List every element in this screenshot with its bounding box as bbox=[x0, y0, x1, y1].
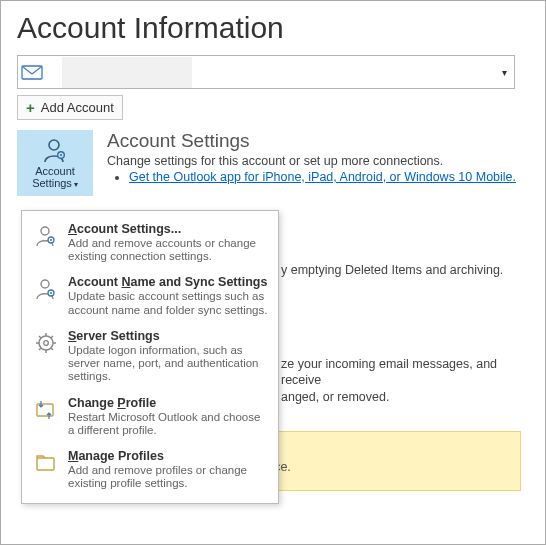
svg-line-18 bbox=[39, 348, 41, 350]
svg-point-9 bbox=[50, 292, 52, 294]
menu-server-settings[interactable]: Server Settings Update logon information… bbox=[22, 324, 278, 391]
rules-text-fragment: ze your incoming email messages, and rec… bbox=[281, 356, 537, 405]
get-app-link[interactable]: Get the Outlook app for iPhone, iPad, An… bbox=[129, 170, 516, 184]
section-heading: Account Settings bbox=[107, 130, 516, 152]
chevron-down-icon[interactable]: ▾ bbox=[494, 67, 514, 78]
svg-point-3 bbox=[60, 154, 62, 156]
svg-rect-21 bbox=[37, 458, 54, 470]
mail-icon bbox=[18, 56, 46, 88]
svg-point-10 bbox=[39, 336, 53, 350]
person-gear-icon bbox=[32, 222, 60, 263]
menu-manage-profiles[interactable]: Manage Profiles Add and remove profiles … bbox=[22, 444, 278, 497]
folder-icon bbox=[32, 449, 60, 490]
account-dropdown[interactable]: ▾ bbox=[17, 55, 515, 89]
account-name-blank bbox=[62, 57, 192, 88]
svg-line-17 bbox=[51, 348, 53, 350]
menu-account-settings[interactable]: Account Settings... Add and remove accou… bbox=[22, 217, 278, 270]
page-title: Account Information bbox=[17, 11, 529, 45]
svg-point-4 bbox=[41, 227, 49, 235]
account-settings-tile[interactable]: Account Settings▾ bbox=[17, 130, 93, 196]
folder-swap-icon bbox=[32, 396, 60, 437]
chevron-down-icon: ▾ bbox=[74, 180, 78, 189]
plus-icon: + bbox=[26, 99, 35, 116]
person-gear-icon bbox=[32, 275, 60, 316]
account-settings-menu: Account Settings... Add and remove accou… bbox=[21, 210, 279, 504]
svg-point-11 bbox=[44, 341, 49, 346]
add-account-label: Add Account bbox=[41, 100, 114, 115]
svg-point-1 bbox=[49, 140, 59, 150]
person-gear-icon bbox=[41, 137, 69, 165]
menu-account-name-sync[interactable]: Account Name and Sync Settings Update ba… bbox=[22, 270, 278, 323]
tile-line2: Settings bbox=[32, 177, 72, 189]
add-account-button[interactable]: + Add Account bbox=[17, 95, 123, 120]
svg-point-7 bbox=[41, 280, 49, 288]
tile-line1: Account bbox=[35, 165, 75, 177]
svg-point-6 bbox=[50, 239, 52, 241]
menu-change-profile[interactable]: Change Profile Restart Microsoft Outlook… bbox=[22, 391, 278, 444]
gear-icon bbox=[32, 329, 60, 384]
svg-line-16 bbox=[39, 336, 41, 338]
section-subtext: Change settings for this account or set … bbox=[107, 154, 516, 168]
cleanup-text-fragment: y emptying Deleted Items and archiving. bbox=[281, 263, 531, 277]
svg-line-19 bbox=[51, 336, 53, 338]
